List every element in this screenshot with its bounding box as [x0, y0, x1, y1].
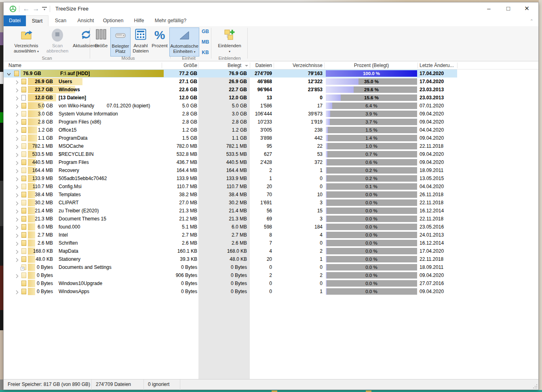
- table-row[interactable]: 110.7 MBConfig.Msi110.7 MB110.7 MB2000.1…: [4, 182, 539, 191]
- resize-grip[interactable]: [533, 384, 537, 388]
- table-row[interactable]: 440.5 MBProgram Files436.7 MB440.5 MB2'4…: [4, 158, 539, 166]
- table-row[interactable]: 38.4 MBTemplates38.2 MB38.4 MB70100.0 %2…: [4, 191, 539, 199]
- unit-gb-button[interactable]: GB: [200, 27, 211, 36]
- cell-dateien: 70: [250, 191, 272, 199]
- chevron-right-icon[interactable]: [15, 208, 19, 213]
- column-header-belegt[interactable]: Belegt: [198, 61, 241, 69]
- tab-ansicht[interactable]: Ansicht: [73, 15, 99, 26]
- back-button[interactable]: ←: [21, 4, 31, 14]
- table-row[interactable]: 76.9 GBF:\ auf [HDD]77.2 GB76.9 GB274'70…: [4, 69, 539, 78]
- unit-mb-button[interactable]: MB: [200, 38, 211, 46]
- close-button[interactable]: ✕: [518, 2, 536, 15]
- table-row[interactable]: 2.8 GBProgram Files (x86)2.8 GB2.8 GB10'…: [4, 118, 539, 126]
- table-row[interactable]: 164.4 MBRecovery164.4 MB164.4 MB210.2 %1…: [4, 166, 539, 174]
- table-row[interactable]: 2.7 MBIntel2.7 MB2.7 MB840.0 %24.01.2013: [4, 231, 539, 239]
- row-name: CLIPART: [59, 199, 79, 207]
- chevron-right-icon[interactable]: [15, 144, 19, 149]
- column-header-letzte-aenderung[interactable]: Letzte Änderu...: [420, 61, 454, 69]
- percent-label: 0.0 %: [326, 199, 417, 206]
- chevron-right-icon[interactable]: [15, 87, 19, 92]
- forward-button[interactable]: →: [31, 4, 41, 14]
- size-mode-button[interactable]: Größe: [93, 27, 110, 57]
- collapse-ribbon-icon[interactable]: ⌃: [530, 19, 534, 24]
- table-row[interactable]: 133.9 MB505adb15ebb4c70462133.9 MB133.9 …: [4, 174, 539, 182]
- column-header-dateien[interactable]: Dateien: [250, 61, 272, 69]
- chevron-right-icon[interactable]: [15, 111, 19, 116]
- percent-mode-label: Prozent: [152, 43, 168, 48]
- column-header-verzeichnisse[interactable]: Verzeichnisse: [274, 61, 323, 69]
- tab-hilfe[interactable]: Hilfe: [128, 15, 150, 26]
- chevron-right-icon[interactable]: [15, 128, 19, 132]
- chevron-right-icon[interactable]: [15, 136, 19, 140]
- chevron-right-icon[interactable]: [15, 79, 19, 84]
- row-name: MSOCache: [59, 142, 84, 150]
- chevron-right-icon[interactable]: [15, 257, 19, 262]
- unit-kb-button[interactable]: KB: [200, 48, 211, 57]
- tab-mehr-gefaellig[interactable]: Mehr gefällig?: [150, 15, 191, 26]
- table-row[interactable]: 12.0 GB[13 Dateien]12.0 GB12.0 GB13015.6…: [4, 94, 539, 102]
- chevron-right-icon[interactable]: [15, 176, 19, 181]
- chevron-right-icon[interactable]: [15, 119, 19, 124]
- chevron-down-icon[interactable]: [7, 71, 11, 76]
- cell-dateien: 274'709: [250, 69, 272, 78]
- table-row[interactable]: 0 BytesDocuments and Settings0 Bytes0 By…: [4, 263, 539, 271]
- chevron-right-icon[interactable]: [15, 216, 19, 221]
- minimize-button[interactable]: –: [480, 2, 498, 15]
- chevron-right-icon[interactable]: [15, 152, 19, 157]
- percent-bar: 15.6 %: [326, 94, 417, 101]
- table-row[interactable]: 0 BytesWindowsApps0 Bytes0 Bytes010.0 %0…: [4, 287, 539, 296]
- chevron-right-icon[interactable]: [15, 192, 19, 197]
- chevron-right-icon[interactable]: [15, 273, 19, 278]
- chevron-right-icon[interactable]: [15, 233, 19, 237]
- table-row[interactable]: 6.0 MBfound.0005.1 MB6.0 MB5981840.0 %23…: [4, 223, 539, 231]
- table-row[interactable]: 21.3 MBDocument Themes 1521.2 MB21.3 MB6…: [4, 215, 539, 223]
- chevron-right-icon[interactable]: [15, 249, 19, 254]
- group-label-scan: Scan: [4, 56, 90, 61]
- table-row[interactable]: 48.0 KBStationery39.3 KB48.0 KB2010.0 %2…: [4, 255, 539, 263]
- tab-optionen[interactable]: Optionen: [99, 15, 128, 26]
- chevron-right-icon[interactable]: [15, 224, 19, 229]
- select-directory-button[interactable]: Verzeichnis auswählen ▾: [8, 27, 45, 57]
- table-row[interactable]: 30.2 MBCLIPART27.0 MB30.2 MB1'69130.0 %2…: [4, 199, 539, 207]
- chevron-right-icon[interactable]: [15, 241, 19, 245]
- row-name: ProgramData: [59, 134, 87, 142]
- cell-groesse: 133.9 MB: [164, 174, 197, 182]
- table-row[interactable]: 782.1 MBMSOCache782.0 MB782.1 MB95221.0 …: [4, 142, 539, 150]
- auto-units-button[interactable]: Automatische Einheiten ▾: [169, 27, 199, 57]
- sort-descending-icon: [245, 65, 248, 67]
- row-size-label: 76.9 GB: [23, 69, 41, 78]
- table-row[interactable]: 0 Bytes906 Bytes0 Bytes220.0 %09.04.2020: [4, 271, 539, 279]
- tab-datei[interactable]: Datei: [4, 15, 26, 26]
- table-row[interactable]: 5.0 GBvon Wiko-Handy07.01.2020 (kopiert)…: [4, 102, 539, 110]
- chevron-right-icon[interactable]: [15, 95, 19, 100]
- cell-verzeichnisse: 3: [274, 199, 323, 207]
- allocated-space-button[interactable]: Belegter Platz: [110, 27, 131, 57]
- table-row[interactable]: 26.9 GBUsers27.1 GB26.9 GB46'86812'32235…: [4, 78, 539, 86]
- column-header-groesse[interactable]: Größe: [164, 61, 197, 69]
- show-button[interactable]: Einblenden ▾: [214, 27, 245, 57]
- cell-belegt: 168.0 KB: [198, 247, 247, 255]
- table-row[interactable]: 2.6 MBSchriften2.6 MB2.6 MB700.0 %16.12.…: [4, 239, 539, 247]
- table-row[interactable]: 3.0 GBSystem Volume Information2.8 GB3.0…: [4, 110, 539, 118]
- table-row[interactable]: 533.5 MB$RECYCLE.BIN532.8 MB533.5 MB6275…: [4, 150, 539, 158]
- quick-access-dropdown[interactable]: ▾: [42, 7, 47, 11]
- chevron-right-icon[interactable]: [15, 289, 19, 294]
- file-count-mode-button[interactable]: Anzahl Dateien: [131, 27, 150, 57]
- chevron-right-icon[interactable]: [15, 160, 19, 165]
- column-header-name[interactable]: Name: [8, 61, 21, 69]
- maximize-button[interactable]: □: [499, 2, 517, 15]
- chevron-right-icon[interactable]: [15, 184, 19, 189]
- table-row[interactable]: 22.7 GBWindows22.6 GB22.7 GB96'96423'853…: [4, 86, 539, 94]
- row-size-label: 5.0 GB: [20, 102, 53, 110]
- table-row[interactable]: 21.4 MBzu Treiber (E2020)21.3 MB21.4 MB5…: [4, 207, 539, 215]
- tab-start[interactable]: Start: [26, 15, 49, 26]
- chevron-right-icon[interactable]: [15, 200, 19, 205]
- table-row[interactable]: 0 BytesWindows10Upgrade0 Bytes0 Bytes000…: [4, 279, 539, 287]
- table-row[interactable]: 1.2 GBOffice151.2 GB1.2 GB3'0052381.5 %0…: [4, 126, 539, 134]
- column-header-prozent[interactable]: Prozent (Belegt): [326, 61, 417, 69]
- chevron-right-icon[interactable]: [15, 168, 19, 173]
- table-row[interactable]: 1.1 GBProgramData1.5 GB1.1 GB3'8984421.4…: [4, 134, 539, 142]
- chevron-right-icon[interactable]: [15, 103, 19, 108]
- tab-scan[interactable]: Scan: [49, 15, 73, 26]
- table-row[interactable]: 168.0 KBMapData160.1 KB168.0 KB420.0 %17…: [4, 247, 539, 255]
